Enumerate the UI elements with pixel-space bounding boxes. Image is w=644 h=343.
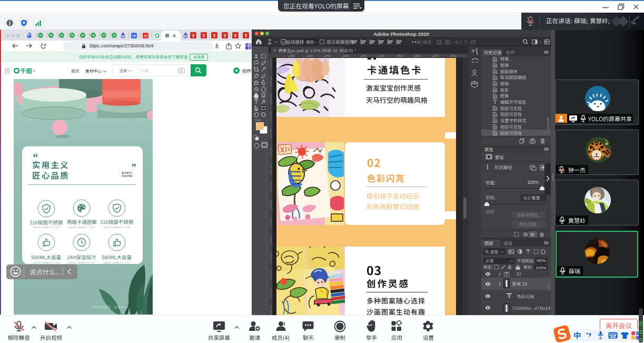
svg-text:58: 58 [92,34,95,37]
svg-text:200: 200 [308,54,313,57]
svg-text:400: 400 [379,54,385,57]
svg-text:300: 300 [343,54,349,57]
svg-text:58: 58 [81,34,84,37]
svg-text:0: 0 [270,136,272,139]
svg-text:150: 150 [290,54,295,57]
svg-text:0: 0 [270,296,272,298]
svg-text:0: 0 [270,207,272,210]
svg-text:58: 58 [102,34,105,37]
svg-text:0: 0 [270,278,272,280]
svg-text:90: 90 [144,34,147,37]
svg-text:550: 550 [433,54,439,57]
svg-text:450: 450 [397,54,403,57]
svg-text:1B: 1B [132,34,136,37]
svg-text:T: T [202,33,205,38]
svg-text:58: 58 [49,34,53,37]
svg-text:600: 600 [451,54,457,57]
svg-text:0: 0 [270,84,272,86]
svg-text:T: T [234,33,237,38]
svg-text:T: T [192,33,195,38]
svg-text:T: T [223,33,226,38]
svg-text:0: 0 [270,172,272,174]
svg-text:500: 500 [415,54,421,57]
svg-text:0: 0 [270,190,272,192]
svg-text:250: 250 [325,54,331,57]
svg-text:350: 350 [361,54,367,57]
svg-text:58: 58 [60,34,63,37]
svg-text:0: 0 [270,225,272,228]
svg-text:58: 58 [113,34,116,37]
svg-text:58: 58 [39,34,42,37]
svg-text:0: 0 [270,119,272,122]
svg-text:T: T [213,33,216,38]
svg-text:0: 0 [270,260,272,263]
svg-text:T: T [244,33,247,38]
svg-text:0: 0 [270,154,272,157]
svg-text:0: 0 [270,101,272,104]
svg-text:0: 0 [270,242,272,245]
svg-text:58: 58 [71,34,74,37]
svg-text:0: 0 [270,66,272,68]
